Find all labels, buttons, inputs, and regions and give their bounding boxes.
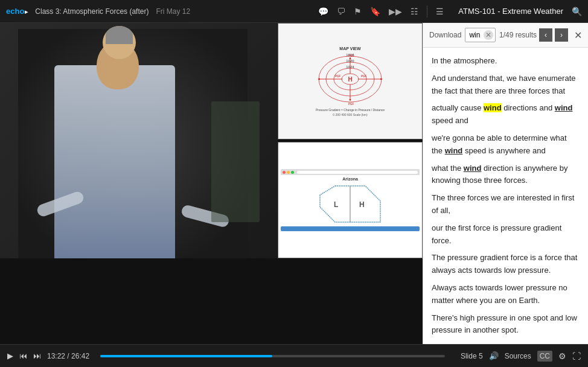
pressure-equation: Pressure Gradient = Change in Pressure /… — [316, 108, 385, 112]
forward-icon[interactable]: ▶▶ — [389, 7, 402, 16]
settings-button[interactable]: ⚙ — [558, 351, 566, 361]
results-count: 1/49 results — [499, 31, 537, 39]
transcript-line-7: our the first force is pressure gradient… — [432, 222, 580, 247]
class-date: Fri May 12 — [156, 7, 190, 16]
list-icon[interactable]: ☰ — [436, 7, 444, 16]
skip-forward-button[interactable]: ⏭ — [33, 351, 41, 360]
expand-button[interactable]: ⛶ — [572, 351, 581, 361]
time-display: 13:22 / 26:42 — [47, 352, 89, 360]
video-panel: MAP VIEW H 1016 1020 1024 — [0, 23, 423, 344]
progress-fill — [100, 355, 272, 357]
highlight-wind-3: wind — [445, 146, 463, 155]
course-title: ATMS-101 - Extreme Weather — [458, 7, 563, 16]
transcript-line-10: There's high pressure in one spot and lo… — [432, 312, 580, 337]
transcript-line-8: The pressure gradient force is a force t… — [432, 252, 580, 277]
svg-text:PGF: PGF — [348, 103, 354, 106]
comment-icon[interactable]: 🗩 — [337, 7, 345, 16]
highlight-wind-1: wind — [484, 103, 502, 112]
transcript-content: In the atmosphere. And understand that, … — [423, 48, 588, 344]
svg-text:PGF: PGF — [348, 54, 354, 57]
next-result-button[interactable]: › — [555, 28, 568, 42]
volume-button[interactable]: 🔊 — [489, 351, 499, 360]
progress-bar[interactable] — [100, 355, 445, 357]
transcript-line-9: Always acts towards lower pressure no ma… — [432, 282, 580, 307]
slide-label: Slide 5 — [461, 352, 483, 360]
transcript-line-3: actually cause wind directions and wind … — [432, 102, 580, 127]
slide-bottom[interactable]: Arizona L H — [278, 142, 423, 258]
video-background — [0, 23, 278, 258]
main-content: MAP VIEW H 1016 1020 1024 — [0, 23, 588, 344]
skip-back-button[interactable]: ⏮ — [19, 351, 27, 360]
transcript-line-4: we're gonna be able to determine what th… — [432, 132, 580, 158]
pressure-map-svg: H 1016 1020 1024 PGF PGF — [314, 52, 386, 106]
results-navigation: 1/49 results ‹ › — [499, 28, 568, 42]
chat-icon[interactable]: 💬 — [318, 7, 328, 16]
grid-icon[interactable]: ☷ — [411, 7, 418, 16]
prev-result-button[interactable]: ‹ — [539, 28, 552, 42]
divider — [427, 5, 427, 18]
bottom-bar: ▶ ⏮ ⏭ 13:22 / 26:42 Slide 5 🔊 Sources CC… — [0, 344, 588, 367]
arizona-label: Arizona — [342, 177, 358, 181]
highlight-wind-4: wind — [464, 164, 482, 173]
sources-button[interactable]: Sources — [505, 352, 531, 360]
highlight-wind-2: wind — [555, 103, 573, 112]
cc-button[interactable]: CC — [537, 351, 552, 362]
close-search-button[interactable]: ✕ — [574, 30, 582, 41]
transcript-line-2: And understand that, we have enumerate t… — [432, 72, 580, 98]
arizona-map-svg: L H — [317, 183, 383, 225]
play-button[interactable]: ▶ — [7, 351, 13, 360]
slides-panel: MAP VIEW H 1016 1020 1024 — [278, 23, 423, 258]
transcript-line-5: what the wind direction is anywhere by k… — [432, 162, 580, 188]
svg-text:L: L — [334, 200, 338, 209]
top-icon-group: 💬 🗩 ⚑ 🔖 ▶▶ ☷ ☰ ATMS-101 - Extreme Weathe… — [318, 5, 582, 18]
scale-bar: 0 200 400 600 Scale (km) — [333, 113, 367, 116]
svg-text:H: H — [348, 76, 352, 83]
svg-text:PGF: PGF — [335, 75, 341, 78]
transcript-line-6: The three forces we are interested in fi… — [432, 192, 580, 217]
flag-icon[interactable]: ⚑ — [354, 7, 362, 16]
slide-top[interactable]: MAP VIEW H 1016 1020 1024 — [278, 23, 423, 139]
search-icon[interactable]: 🔍 — [572, 7, 582, 16]
search-clear-button[interactable]: ✕ — [484, 30, 493, 40]
video-area[interactable]: MAP VIEW H 1016 1020 1024 — [0, 23, 423, 344]
lecturer-figure — [18, 29, 248, 258]
transcript-line-1: In the atmosphere. — [432, 55, 580, 68]
echo-logo: echo▸ — [6, 7, 28, 16]
top-bar: echo▸ Class 3: Atmospheric Forces (after… — [0, 0, 588, 23]
search-bar: Download ✕ 1/49 results ‹ › ✕ — [423, 23, 588, 48]
search-input-wrapper: ✕ — [465, 28, 496, 42]
svg-text:PGF: PGF — [361, 75, 367, 78]
transcript-line-11: The pressure gradient force is always go… — [432, 342, 580, 344]
bookmark-icon[interactable]: 🔖 — [370, 7, 380, 16]
svg-text:H: H — [359, 200, 365, 209]
transcript-panel: Download ✕ 1/49 results ‹ › ✕ In the atm… — [423, 23, 588, 344]
class-title: Class 3: Atmospheric Forces (after) — [35, 7, 149, 16]
download-label: Download — [429, 31, 461, 39]
map-view-label: MAP VIEW — [339, 46, 360, 51]
